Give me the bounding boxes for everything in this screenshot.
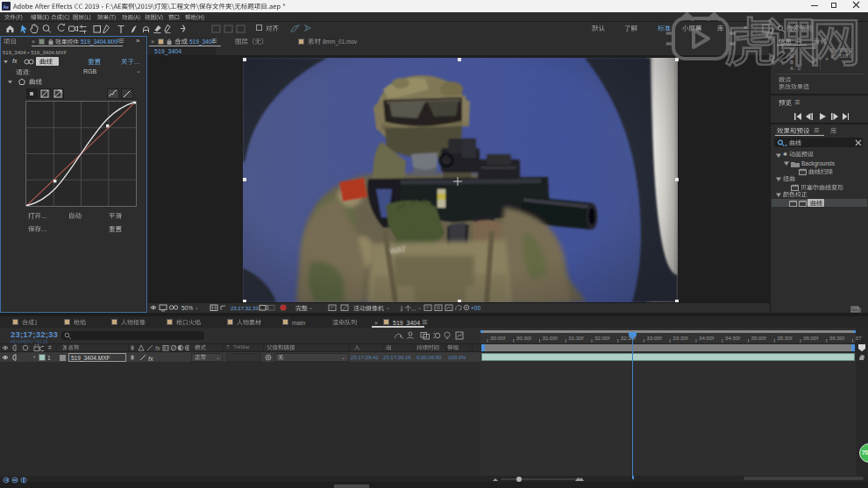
svg-text:30:00f: 30:00f — [490, 335, 505, 341]
svg-text:36:30f: 36:30f — [829, 335, 844, 341]
svg-text:34:30f: 34:30f — [725, 335, 740, 341]
svg-text:34:00f: 34:00f — [699, 335, 714, 341]
svg-text:33:00f: 33:00f — [647, 335, 662, 341]
svg-text:35:00f: 35:00f — [751, 335, 766, 341]
svg-text:37: 37 — [856, 335, 862, 341]
svg-text:33:30f: 33:30f — [672, 335, 687, 341]
svg-text:30:30f: 30:30f — [516, 335, 531, 341]
svg-text:31:00f: 31:00f — [543, 335, 558, 341]
svg-text:fx: fx — [155, 345, 160, 351]
svg-text:35:30f: 35:30f — [777, 335, 792, 341]
svg-text:36:00f: 36:00f — [803, 335, 818, 341]
svg-text:31:30f: 31:30f — [568, 335, 583, 341]
svg-text:32:00f: 32:00f — [594, 335, 609, 341]
svg-text:fx: fx — [148, 355, 153, 362]
